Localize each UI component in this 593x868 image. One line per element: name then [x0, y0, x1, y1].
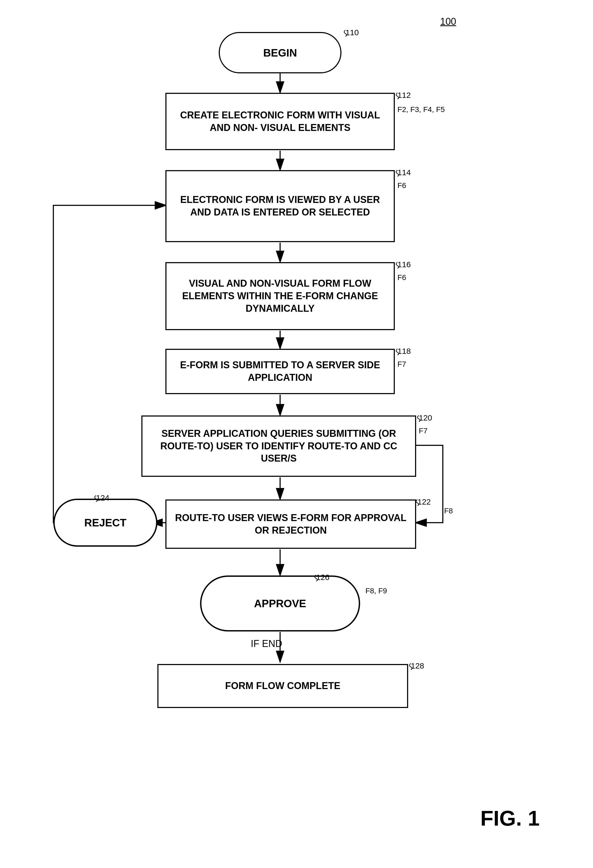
node-begin: BEGIN [219, 32, 342, 73]
ref-114-fig: F6 [398, 182, 406, 190]
node-approve: APPROVE [200, 576, 360, 632]
squiggle-116 [393, 261, 401, 269]
figure-label: FIG. 1 [481, 806, 540, 831]
ref-126-fig: F8, F9 [365, 587, 387, 595]
node-step118: E-FORM IS SUBMITTED TO A SERVER SIDE APP… [166, 349, 395, 394]
squiggle-118 [393, 347, 401, 356]
ref-122-fig: F8 [444, 507, 453, 515]
ref-120-fig: F7 [419, 427, 427, 435]
squiggle-110 [342, 29, 349, 37]
node-step120: SERVER APPLICATION QUERIES SUBMITTING (O… [141, 415, 416, 477]
node-step116: VISUAL AND NON-VISUAL FORM FLOW ELEMENTS… [166, 262, 395, 330]
squiggle-124 [92, 494, 100, 502]
diagram-container: 100 BEGIN 110 CREATE ELECTRONIC FORM WIT… [0, 0, 593, 868]
squiggle-112 [393, 92, 401, 99]
squiggle-126 [312, 574, 320, 582]
ref-116-fig: F6 [398, 273, 406, 282]
squiggle-122 [414, 498, 421, 506]
node-step114: ELECTRONIC FORM IS VIEWED BY A USER AND … [166, 170, 395, 242]
squiggle-114 [393, 169, 401, 177]
squiggle-120 [415, 414, 423, 422]
node-step128: FORM FLOW COMPLETE [157, 664, 408, 708]
if-end-label: IF END [251, 638, 282, 650]
node-reject: REJECT [53, 499, 157, 547]
node-step122: ROUTE-TO USER VIEWS E-FORM FOR APPROVAL … [166, 499, 416, 549]
ref-112-fig: F2, F3, F4, F5 [398, 105, 445, 114]
node-step112: CREATE ELECTRONIC FORM WITH VISUAL AND N… [166, 93, 395, 150]
ref-118-fig: F7 [398, 360, 406, 369]
diagram-ref-100: 100 [440, 16, 456, 27]
squiggle-128 [407, 662, 415, 670]
